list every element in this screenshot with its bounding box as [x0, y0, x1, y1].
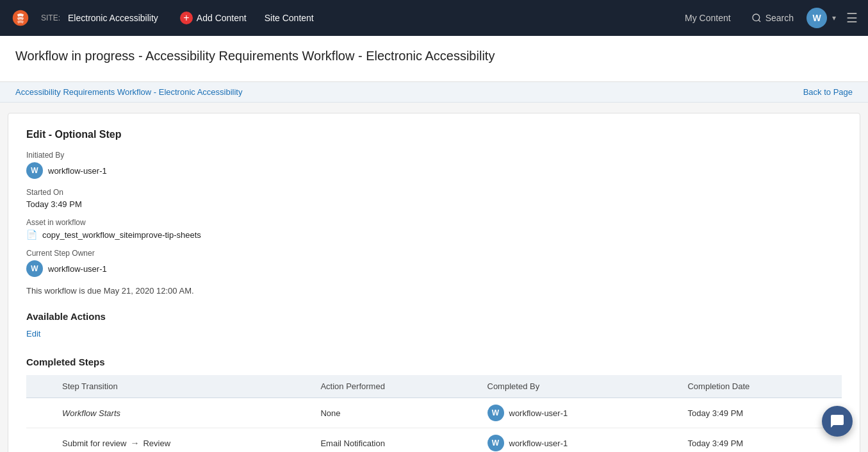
available-actions-title: Available Actions — [26, 311, 842, 322]
hamburger-menu-icon[interactable]: ☰ — [846, 10, 858, 26]
back-to-page-link[interactable]: Back to Page — [803, 87, 853, 97]
step-transition-content: Submit for review → Review — [62, 438, 305, 448]
search-icon — [751, 13, 762, 23]
step-to-label: Review — [143, 439, 170, 448]
action-performed-cell: Email Notification — [313, 428, 479, 453]
current-step-avatar: W — [26, 260, 43, 277]
col-completion-date: Completion Date — [680, 375, 842, 398]
search-button[interactable]: Search — [744, 9, 801, 27]
breadcrumb-bar: Accessibility Requirements Workflow - El… — [0, 82, 868, 103]
completed-by-avatar: W — [487, 405, 504, 421]
started-on-field: Started On Today 3:49 PM — [26, 188, 842, 209]
svg-line-2 — [758, 20, 760, 22]
edit-action-link[interactable]: Edit — [26, 329, 40, 339]
started-on-label: Started On — [26, 188, 842, 197]
document-icon: 📄 — [26, 230, 37, 240]
breadcrumb-link[interactable]: Accessibility Requirements Workflow - El… — [15, 87, 242, 97]
completed-steps-title: Completed Steps — [26, 356, 842, 367]
site-content-button[interactable]: Site Content — [258, 9, 320, 27]
my-content-button[interactable]: My Content — [677, 9, 739, 27]
completion-date-cell: Today 3:49 PM — [680, 398, 842, 428]
table-header-row: Step Transition Action Performed Complet… — [26, 375, 842, 398]
page-title: Workflow in progress - Accessibility Req… — [15, 49, 853, 63]
table-row: Submit for review → Review Email Notific… — [26, 428, 842, 453]
completed-by-cell: W workflow-user-1 — [480, 398, 680, 428]
workflow-card: Edit - Optional Step Initiated By W work… — [8, 113, 860, 452]
completed-by-name: workflow-user-1 — [509, 439, 568, 448]
initiated-by-avatar: W — [26, 162, 43, 179]
step-label: Workflow Starts — [62, 408, 120, 418]
completion-date-cell: Today 3:49 PM — [680, 428, 842, 453]
row-icon-cell — [26, 428, 54, 453]
initiated-by-field: Initiated By W workflow-user-1 — [26, 151, 842, 179]
top-navigation: SITE: Electronic Accessibility + Add Con… — [0, 0, 868, 36]
logo[interactable] — [10, 8, 31, 28]
completed-by-name: workflow-user-1 — [509, 408, 568, 418]
chat-fab-icon — [830, 414, 845, 429]
current-step-owner-field: Current Step Owner W workflow-user-1 — [26, 249, 842, 277]
due-date-text: This workflow is due May 21, 2020 12:00 … — [26, 286, 842, 296]
site-content-label: Site Content — [265, 13, 314, 23]
current-step-owner-label: Current Step Owner — [26, 249, 842, 258]
table-row: Workflow StartsNone W workflow-user-1 To… — [26, 398, 842, 428]
asset-name: copy_test_workflow_siteimprove-tip-sheet… — [42, 230, 201, 240]
initiated-by-username: workflow-user-1 — [48, 166, 107, 176]
col-step-transition: Step Transition — [54, 375, 313, 398]
completed-by-row: W workflow-user-1 — [487, 405, 673, 421]
asset-field: Asset in workflow 📄 copy_test_workflow_s… — [26, 218, 842, 240]
chat-fab-button[interactable] — [822, 406, 853, 437]
current-step-user-row: W workflow-user-1 — [26, 260, 842, 277]
col-completed-by: Completed By — [480, 375, 680, 398]
asset-row: 📄 copy_test_workflow_siteimprove-tip-she… — [26, 230, 842, 240]
add-content-button[interactable]: + Add Content — [174, 8, 253, 28]
initiated-by-user-row: W workflow-user-1 — [26, 162, 842, 179]
search-label: Search — [766, 13, 794, 23]
site-label: SITE: — [41, 13, 60, 22]
asset-label: Asset in workflow — [26, 218, 842, 227]
started-on-value: Today 3:49 PM — [26, 199, 842, 209]
svg-point-1 — [753, 14, 760, 21]
step-from-label: Submit for review — [62, 439, 126, 448]
step-transition-cell: Workflow Starts — [54, 398, 313, 428]
step-transition-cell: Submit for review → Review — [54, 428, 313, 453]
page-header: Workflow in progress - Accessibility Req… — [0, 36, 868, 82]
row-icon-cell — [26, 398, 54, 428]
current-step-username: workflow-user-1 — [48, 264, 107, 274]
arrow-icon: → — [130, 438, 139, 448]
col-icon — [26, 375, 54, 398]
user-menu-chevron[interactable]: ▾ — [832, 13, 836, 22]
completed-by-cell: W workflow-user-1 — [480, 428, 680, 453]
user-avatar[interactable]: W — [807, 8, 827, 28]
completed-by-avatar: W — [487, 435, 504, 451]
add-icon: + — [180, 12, 193, 24]
step-title: Edit - Optional Step — [26, 129, 842, 140]
completed-by-row: W workflow-user-1 — [487, 435, 673, 451]
initiated-by-label: Initiated By — [26, 151, 842, 160]
col-action-performed: Action Performed — [313, 375, 479, 398]
completed-steps-table: Step Transition Action Performed Complet… — [26, 375, 842, 452]
add-content-label: Add Content — [197, 13, 247, 23]
action-performed-cell: None — [313, 398, 479, 428]
site-name: Electronic Accessibility — [68, 13, 158, 23]
